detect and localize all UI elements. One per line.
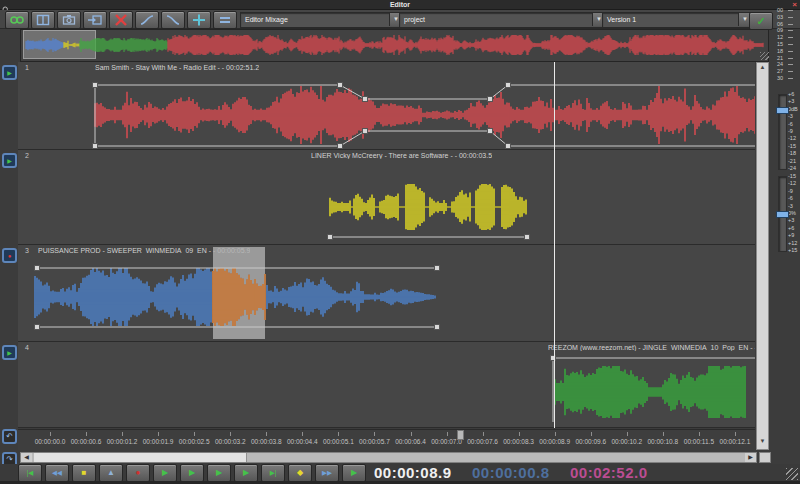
find-button[interactable] (5, 11, 29, 29)
go-start-button[interactable]: |◀ (18, 464, 42, 482)
play-selection-icon: ▶ (216, 469, 222, 477)
fade-in-button[interactable] (135, 11, 159, 29)
import-clip-button[interactable] (83, 11, 107, 29)
pitch-scale-label: +9 (788, 233, 794, 238)
play-mix-button[interactable]: ▶ (342, 464, 366, 482)
scroll-left-icon[interactable]: ◀ (21, 453, 32, 462)
ruler-tick (50, 432, 51, 436)
ruler-tick-label: 00:00:06.4 (395, 438, 426, 445)
pitch-scale-label: +3 (788, 218, 794, 223)
record-button[interactable]: ● (126, 464, 150, 482)
track-4-play-button[interactable]: ▶ (2, 345, 17, 360)
vertical-scrollbar[interactable]: ▲ ▼ (756, 62, 769, 450)
ruler-tick-label: 00:00:02.5 (179, 438, 210, 445)
ruler-tick (735, 432, 736, 436)
playhead[interactable] (554, 62, 555, 428)
pitch-fader-handle[interactable] (776, 211, 789, 218)
gain-fader[interactable]: +6+30dB-3-6-9-12-15-18-21-24 (771, 94, 800, 168)
record-icon: ● (136, 469, 141, 477)
scroll-corner-button[interactable] (759, 452, 771, 463)
horizontal-scrollbar[interactable]: ◀ ▶ (20, 452, 757, 463)
play-selection-button[interactable]: ▶ (207, 464, 231, 482)
pitch-scale-label: -15 (788, 174, 796, 179)
ruler-tick (627, 432, 628, 436)
zoom-previous-button[interactable]: ↶ (2, 429, 17, 444)
play-button[interactable]: ▶ (153, 464, 177, 482)
auto-mix-button[interactable]: ◆ (288, 464, 312, 482)
track-3-play-button[interactable]: ● (2, 248, 17, 263)
overview-resize-grip[interactable] (760, 52, 769, 60)
ruler-tick-label: 00:00:04.4 (287, 438, 318, 445)
ruler-marker[interactable] (457, 430, 464, 440)
transport-bar: 00:00:08.9 00:00:00.8 00:02:52.0 |◀◀◀■▲●… (0, 464, 800, 481)
tracks-area[interactable]: 1Sam Smith - Stay With Me - Radio Edit -… (18, 62, 755, 428)
scroll-up-icon[interactable]: ▲ (757, 64, 768, 70)
ruler-tick-label: 00:00:11.5 (684, 438, 714, 445)
fade-out-button[interactable] (161, 11, 185, 29)
ruler-tick-label: 00:00:01.2 (107, 438, 138, 445)
db-scale-tick (788, 24, 793, 25)
pitch-scale-label: -6 (788, 196, 793, 201)
db-scale-label: 18 (777, 49, 783, 54)
db-scale-label: 15 (777, 42, 783, 47)
project-combobox[interactable]: project ▼ (399, 12, 606, 28)
stop-button[interactable]: ■ (72, 464, 96, 482)
move-mode-button[interactable] (187, 11, 211, 29)
ruler-tick-label: 00:00:01.9 (143, 438, 174, 445)
ruler-tick-label: 00:00:09.6 (575, 438, 606, 445)
eject-button[interactable]: ▲ (99, 464, 123, 482)
gain-fader-groove (778, 94, 787, 170)
track-row-3[interactable]: 3PUISSANCE PROD - SWEEPER_WINMEDIA_09_EN… (18, 245, 755, 342)
ruler-tick-label: 00:00:07.6 (467, 438, 498, 445)
db-scale-label: 03 (777, 15, 783, 20)
resize-grip[interactable] (786, 468, 798, 480)
overview-waveform[interactable] (20, 29, 769, 62)
scroll-right-icon[interactable]: ▶ (745, 453, 756, 462)
pitch-fader[interactable]: -15-12-9-6-30%+3+6+9+12+15 (771, 176, 800, 250)
db-scale-tick (788, 30, 793, 31)
delete-clip-button[interactable] (109, 11, 133, 29)
fast-forward-icon: ▶▶ (322, 469, 332, 477)
toolbar: Editor Mixage ▼ project ▼ Version 1 ▼ ✓ (0, 10, 800, 29)
gain-fader-handle[interactable] (776, 107, 789, 114)
ruler-tick-label: 00:00:10.2 (611, 438, 642, 445)
db-scale-tick (788, 78, 793, 79)
timeline-ruler[interactable]: 00:00:00.000:00:00.600:00:01.200:00:01.9… (18, 429, 755, 450)
play-to-end-button[interactable]: ▶| (261, 464, 285, 482)
waveform-track-2 (18, 150, 755, 245)
play-icon: ▶ (162, 469, 168, 477)
time-total-display: 00:02:52.0 (570, 464, 648, 481)
scroll-down-icon[interactable]: ▼ (757, 438, 768, 444)
pitch-scale-label: -12 (788, 181, 796, 186)
track-row-1[interactable]: 1Sam Smith - Stay With Me - Radio Edit -… (18, 62, 755, 150)
gain-scale-label: -24 (788, 166, 796, 171)
rewind-button[interactable]: ◀◀ (45, 464, 69, 482)
gain-scale-label: -3 (788, 114, 793, 119)
ruler-tick (591, 432, 592, 436)
validate-button[interactable]: ✓ (749, 12, 773, 30)
editor-mode-combobox[interactable]: Editor Mixage ▼ (240, 12, 403, 28)
track-1-play-button[interactable]: ▶ (2, 65, 17, 80)
window-title: Editor (0, 0, 800, 9)
play-cursor-button[interactable]: ▶ (180, 464, 204, 482)
db-scale-label: 30 (777, 76, 783, 81)
db-scale-tick (788, 44, 793, 45)
ruler-tick (663, 432, 664, 436)
rewind-icon: ◀◀ (52, 469, 62, 477)
track-row-2[interactable]: 2LINER Vicky McCreery - There are Softwa… (18, 150, 755, 245)
db-scale-tick (788, 71, 793, 72)
gain-scale-label: -18 (788, 151, 796, 156)
play-track-button[interactable]: ▶ (234, 464, 258, 482)
project-value: project (404, 16, 425, 23)
ruler-tick (699, 432, 700, 436)
fast-forward-button[interactable]: ▶▶ (315, 464, 339, 482)
track-row-4[interactable]: 4REEZOM (www.reezom.net) - JINGLE_WINMED… (18, 342, 755, 428)
track-2-play-button[interactable]: ▶ (2, 153, 17, 168)
split-view-button[interactable] (31, 11, 55, 29)
snapshot-button[interactable] (57, 11, 81, 29)
hscroll-thumb[interactable] (34, 453, 247, 462)
version-combobox[interactable]: Version 1 ▼ (602, 12, 752, 28)
editor-mode-value: Editor Mixage (245, 16, 288, 23)
title-bar: Editor × (0, 0, 800, 10)
align-mode-button[interactable] (213, 11, 237, 29)
